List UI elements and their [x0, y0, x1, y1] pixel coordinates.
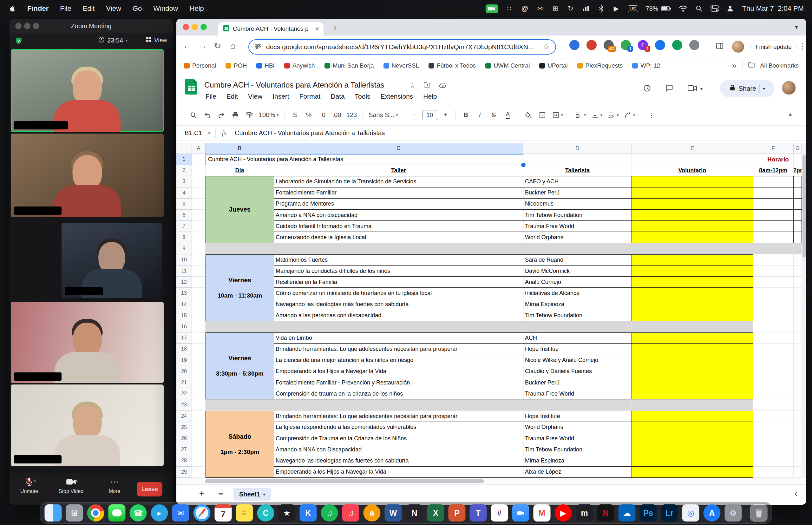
bookmarks-overflow-icon[interactable]: »	[732, 61, 736, 70]
sheet-tab-menu-icon[interactable]: ▾	[263, 492, 266, 497]
status-keyboard-icon[interactable]: US	[628, 4, 638, 13]
cell-F15[interactable]	[753, 310, 794, 321]
cell-F25[interactable]	[753, 422, 794, 433]
cell-E7[interactable]	[632, 221, 753, 232]
cell-E10[interactable]	[632, 254, 753, 266]
cell-D3[interactable]: CAFO y ACH	[523, 176, 632, 187]
cell-C9[interactable]	[274, 243, 523, 254]
cell-E11[interactable]	[632, 266, 753, 276]
toolbar-decrease-decimals-icon[interactable]: .0	[317, 109, 329, 121]
dock-keynote-icon[interactable]: K	[300, 505, 317, 522]
extension-blocker-count-icon[interactable]: 421	[604, 40, 614, 50]
merged-day-cell-sábado-24[interactable]: Sábado1pm - 2:30pm	[206, 411, 274, 478]
active-tab[interactable]: Cumbre ACH - Voluntarios pa ×	[218, 22, 324, 35]
row-header-14[interactable]: 14	[176, 299, 192, 310]
status-grid-icon[interactable]: ⊞	[552, 4, 559, 13]
zoom-fullscreen-button[interactable]	[33, 23, 39, 29]
status-wifi-icon[interactable]	[679, 4, 688, 13]
chrome-profile-avatar[interactable]	[732, 41, 744, 52]
dock-messages-icon[interactable]	[108, 505, 125, 522]
cell-C15[interactable]: Amando a las personas con discapacidad	[274, 310, 523, 321]
cell-D19[interactable]: Nicole Wilke y Analú Cornejo	[523, 355, 632, 366]
cell-C27[interactable]: Amando a NNA con Discapacidad	[274, 444, 523, 455]
cell-D20[interactable]: Claudio y Daniela Fuentes	[523, 366, 632, 377]
cell-F7[interactable]	[753, 221, 794, 232]
row-header-9[interactable]: 9	[176, 243, 192, 254]
cell-D27[interactable]: Tim Tebow Foundation	[523, 444, 632, 455]
dock-spotify-icon[interactable]: ♫	[321, 505, 338, 522]
status-dots-icon[interactable]: ∷	[506, 4, 513, 13]
cloud-status-icon[interactable]	[439, 82, 446, 90]
status-user-icon[interactable]	[726, 4, 734, 13]
cell-F8[interactable]	[753, 232, 794, 243]
cell-G9[interactable]	[794, 243, 802, 254]
cell-D28[interactable]: Mirna Espinoza	[523, 455, 632, 466]
row-header-22[interactable]: 22	[176, 388, 192, 400]
cell-G23[interactable]	[794, 400, 802, 410]
cell-F26[interactable]	[753, 433, 794, 444]
cell-F23[interactable]	[753, 400, 794, 410]
cell-D1[interactable]	[523, 154, 632, 165]
forward-button[interactable]: →	[196, 41, 209, 51]
video-tile-man-red-shirt[interactable]	[11, 49, 164, 132]
toolbar-vertical-align-icon[interactable]: ▾	[590, 109, 604, 121]
share-button[interactable]: Share ▾	[720, 80, 775, 97]
cell-C12[interactable]: Resiliencia en la Familia	[274, 276, 523, 288]
toolbar-undo-icon[interactable]	[202, 109, 213, 121]
cell-A16[interactable]	[192, 321, 206, 332]
toolbar-decrease-font-icon[interactable]: −	[408, 109, 420, 121]
zoom-more-button[interactable]: ⋯More	[100, 477, 129, 494]
cell-F12[interactable]	[753, 276, 794, 288]
bookmark-star-icon[interactable]: ☆	[543, 43, 550, 51]
column-header-F[interactable]: F	[753, 144, 794, 154]
dock-onedrive-icon[interactable]: ☁	[618, 505, 636, 522]
cell-A5[interactable]	[192, 199, 206, 210]
cell-G5[interactable]	[794, 199, 802, 210]
cell-D29[interactable]: Aixa de López	[523, 467, 632, 478]
dock-star-app-icon[interactable]: ★	[279, 505, 296, 522]
status-camera-badge-icon[interactable]	[486, 4, 498, 13]
menu-edit[interactable]: Edit	[83, 4, 95, 13]
cell-C3[interactable]: Laboratorio de Simulación de la Transici…	[274, 176, 523, 187]
cell-C2[interactable]: Taller	[274, 165, 523, 176]
cell-F21[interactable]	[753, 377, 794, 388]
video-tile-woman-blonde-window[interactable]	[11, 385, 164, 466]
column-header-G[interactable]: G	[794, 144, 802, 154]
cell-D10[interactable]: Sara de Ruano	[523, 254, 632, 266]
zoom-timer[interactable]: 23:54 ▾	[98, 36, 128, 44]
cell-G27[interactable]	[794, 444, 802, 455]
status-mail-icon[interactable]: ✉	[536, 4, 544, 13]
toolbar-more-toolbar-icon[interactable]: ⋮	[646, 109, 657, 121]
cell-C11[interactable]: Manejando la conductas difíciles de los …	[274, 266, 523, 276]
cell-C8[interactable]: Comenzando desde la Iglesia Local	[274, 232, 523, 243]
video-tile-woman-glasses-curtain[interactable]	[11, 302, 164, 383]
cell-C28[interactable]: Navegando las ideologías más fuertes con…	[274, 455, 523, 466]
cell-C7[interactable]: Cuidado Infantil Informado en Trauma	[274, 221, 523, 232]
row-header-3[interactable]: 3	[176, 176, 192, 187]
row-header-10[interactable]: 10	[176, 254, 192, 266]
sheet-tab-sheet1[interactable]: Sheet1 ▾	[234, 488, 271, 500]
cell-F20[interactable]	[753, 366, 794, 377]
cell-D25[interactable]: World Orphans	[523, 422, 632, 433]
select-all-corner[interactable]	[176, 144, 192, 154]
cell-E22[interactable]	[632, 388, 753, 400]
zoom-unmute-button[interactable]: ▴Unmute	[13, 477, 46, 494]
dock-settings-icon[interactable]: ⚙	[725, 505, 742, 522]
cell-D21[interactable]: Buckner Perú	[523, 377, 632, 388]
dock-canva-icon[interactable]: C	[257, 505, 274, 522]
cell-C6[interactable]: Amando a NNA con discpacidad	[274, 210, 523, 221]
dock-lightroom-icon[interactable]: Lr	[661, 505, 678, 522]
dock-calendar-icon[interactable]: 7	[215, 505, 232, 522]
cell-F5[interactable]	[753, 199, 794, 210]
cell-E6[interactable]	[632, 210, 753, 221]
toolbar-zoom-select[interactable]: 100%▾	[258, 109, 280, 121]
cell-C24[interactable]: Brindando herramientas: Lo que adolescen…	[274, 411, 523, 422]
cell-A28[interactable]	[192, 455, 206, 466]
cell-C22[interactable]: Comprensión de trauma en la crianza de l…	[274, 388, 523, 400]
bookmark-f-tbol-x-todos[interactable]: Fútbol x Todos	[428, 62, 476, 69]
toolbar-merge-cells-icon[interactable]: ▾	[551, 109, 565, 121]
cell-A10[interactable]	[192, 254, 206, 266]
chrome-fullscreen-button[interactable]	[200, 24, 207, 30]
cell-E16[interactable]	[632, 321, 753, 332]
dock-apple-music-icon[interactable]: ♫	[342, 505, 359, 522]
